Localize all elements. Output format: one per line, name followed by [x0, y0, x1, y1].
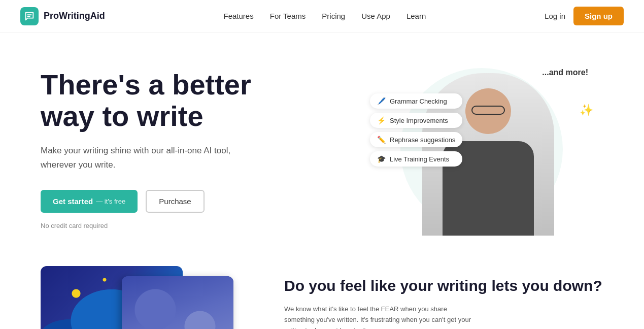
feature-pills: 🖊️ Grammar Checking ⚡ Style Improvements…: [370, 93, 462, 167]
logo-link[interactable]: ProWritingAid: [20, 7, 105, 25]
grammar-icon: 🖊️: [377, 97, 386, 105]
nav-use-app[interactable]: Use App: [361, 12, 390, 20]
purchase-button[interactable]: Purchase: [146, 190, 204, 213]
lower-right: Do you feel like your writing lets you d…: [284, 266, 603, 329]
login-button[interactable]: Log in: [545, 12, 565, 20]
signup-button[interactable]: Sign up: [573, 7, 624, 25]
person-head: [465, 88, 511, 134]
hero-subtitle: Make your writing shine with our all-in-…: [41, 144, 244, 171]
person-glasses: [471, 106, 505, 115]
training-icon: 🎓: [377, 155, 386, 163]
feature-pill-style: ⚡ Style Improvements: [370, 113, 462, 128]
nav-features[interactable]: Features: [224, 12, 254, 20]
navbar-actions: Log in Sign up: [545, 7, 624, 25]
feature-pill-training: 🎓 Live Training Events: [370, 151, 462, 167]
feature-pill-grammar: 🖊️ Grammar Checking: [370, 93, 462, 109]
hero-right: 🖊️ Grammar Checking ⚡ Style Improvements…: [360, 63, 603, 236]
lower-section: My idea in my head Do you feel like your…: [0, 256, 644, 329]
nav-for-teams[interactable]: For Teams: [270, 12, 306, 20]
hero-title: There's a better way to write: [41, 69, 325, 131]
sparkle-icon: ✨: [580, 104, 593, 117]
navbar: ProWritingAid Features For Teams Pricing…: [0, 0, 644, 32]
hero-section: There's a better way to write Make your …: [0, 32, 644, 256]
style-icon: ⚡: [377, 116, 386, 124]
rephrase-icon: ✏️: [377, 136, 386, 144]
hero-left: There's a better way to write Make your …: [41, 69, 325, 229]
artwork-front: [122, 276, 233, 329]
lower-section-desc: We know what it's like to feel the FEAR …: [284, 304, 477, 330]
swirl-image: [122, 276, 233, 329]
nav-learn[interactable]: Learn: [406, 12, 426, 20]
lower-left: My idea in my head: [41, 266, 254, 329]
brand-name: ProWritingAid: [44, 11, 105, 21]
lower-section-title: Do you feel like your writing lets you d…: [284, 276, 603, 295]
nav-pricing[interactable]: Pricing: [322, 12, 345, 20]
hero-illustration: 🖊️ Grammar Checking ⚡ Style Improvements…: [375, 63, 588, 236]
get-started-button[interactable]: Get started — it's free: [41, 190, 138, 213]
hero-buttons: Get started — it's free Purchase: [41, 190, 325, 213]
artwork-stack: My idea in my head: [41, 266, 213, 329]
logo-icon: [20, 7, 39, 25]
and-more-text: ...and more!: [542, 68, 588, 77]
no-credit-card-text: No credit card required: [41, 222, 325, 229]
feature-pill-rephrase: ✏️ Rephrase suggestions: [370, 132, 462, 147]
main-nav: Features For Teams Pricing Use App Learn: [224, 12, 426, 21]
